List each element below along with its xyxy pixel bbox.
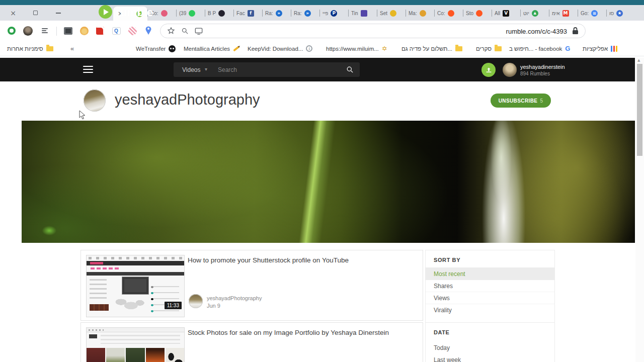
user-name[interactable]: yeshayadinerstein [520, 64, 565, 70]
browser-tab[interactable]: Ma: [406, 8, 434, 18]
bookmarks-overflow-button[interactable]: « [70, 41, 74, 56]
bookmark-label: תשלום על פדיה גם... [401, 46, 452, 52]
browser-tab[interactable]: B P [205, 8, 233, 18]
tab-favicon [476, 10, 482, 17]
window-minimize-button[interactable] [52, 5, 64, 21]
pencil-icon [233, 46, 239, 51]
unsubscribe-button[interactable]: UNSUBSCRIBE 5 [491, 94, 551, 108]
sort-option-views[interactable]: Views [426, 292, 554, 304]
bookmark-label: סימניות אחרות [7, 46, 43, 52]
bookmark-item[interactable]: WeTransfer [136, 41, 176, 56]
tab-label: Ra: [294, 11, 302, 16]
user-avatar[interactable] [503, 63, 517, 77]
video-thumbnail[interactable] [86, 327, 185, 362]
google-g-icon: G [565, 45, 570, 52]
other-bookmarks-folder[interactable]: סימניות אחרות [7, 41, 53, 56]
video-channel-avatar[interactable] [189, 294, 203, 308]
search-bar[interactable]: Videos ▾ [174, 62, 360, 77]
star-of-david-icon: ✡ [382, 45, 387, 52]
extension-icon-kq[interactable]: Q [111, 25, 122, 36]
profile-avatar-icon[interactable] [22, 25, 33, 36]
mouse-cursor [79, 110, 86, 120]
sort-option-virality[interactable]: Virality [426, 304, 554, 316]
browser-tab[interactable]: Set [377, 8, 406, 18]
video-title[interactable]: How to promote your Shutterstock profile… [188, 256, 409, 265]
browser-tab[interactable]: סו★ [606, 8, 644, 18]
bookmark-item[interactable]: Mentallica Articles [184, 41, 239, 56]
upload-button[interactable] [481, 63, 496, 77]
chevron-down-icon: ▾ [205, 66, 207, 72]
kq-icon: Q [112, 27, 121, 35]
save-card-icon[interactable] [195, 27, 203, 35]
extension-icon-red[interactable] [95, 25, 106, 36]
search-input[interactable] [218, 64, 324, 75]
extension-icon-pink[interactable] [127, 25, 138, 36]
sort-option-most-recent[interactable]: Most recent [426, 268, 554, 280]
bookmark-label: KeepVid: Download... [248, 46, 303, 52]
video-channel-name[interactable]: yeshayadPhotography [207, 295, 262, 301]
green-ring-icon [8, 27, 16, 35]
subscriber-count-badge: 5 [540, 98, 543, 104]
bookmark-item[interactable]: חיפוש ב... - facebookG [509, 41, 570, 56]
browser-tab[interactable]: פייP [319, 8, 348, 18]
sort-option-shares[interactable]: Shares [426, 280, 554, 292]
side-search-icon[interactable] [181, 27, 189, 35]
date-option-last-week[interactable]: Last week [426, 354, 554, 362]
browser-tab[interactable]: Ra:» [262, 8, 291, 18]
browser-tab[interactable]: יוט▲ [520, 8, 549, 18]
bookmark-item[interactable]: https://www.miluim...✡ [326, 41, 387, 56]
browser-extension-icon[interactable] [6, 25, 17, 36]
extension-icon-lion[interactable] [78, 25, 90, 36]
rumble-logo-text[interactable]: rumble [116, 6, 153, 19]
browser-tab[interactable]: AllV [492, 8, 520, 18]
browser-tab[interactable]: Facf [233, 8, 262, 18]
browser-tab[interactable]: Go:≡ [578, 8, 606, 18]
scrollbar-up-arrow[interactable]: ▲ [637, 58, 640, 62]
search-category-dropdown[interactable]: Videos [182, 66, 200, 73]
menu-button[interactable] [83, 66, 93, 73]
extension-icon-screenshot[interactable] [62, 25, 73, 36]
bookmark-star-icon[interactable] [167, 27, 175, 35]
bookmark-item[interactable]: סקרים [476, 41, 502, 56]
tab-label: Co: [437, 11, 445, 16]
thumbnail-art [101, 335, 180, 344]
video-title[interactable]: Stock Photos for sale on my Image Portfo… [188, 328, 409, 337]
tab-label: יוט [523, 11, 529, 16]
browser-tab[interactable]: אימM [549, 8, 578, 18]
folder-icon [46, 46, 53, 51]
toolbar-divider [56, 27, 57, 36]
rumble-logo-icon[interactable] [99, 5, 112, 19]
browser-tab[interactable]: Ra:» [291, 8, 319, 18]
red-badge-icon [96, 27, 104, 35]
url-text[interactable]: rumble.com/c/c-4393 [506, 28, 567, 35]
bookmark-item[interactable]: אפליקציות [583, 41, 617, 56]
tab-label: Tin [351, 11, 358, 16]
date-option-today[interactable]: Today [426, 342, 554, 354]
browser-tab[interactable]: Co: [434, 8, 463, 18]
bookmark-item[interactable]: תשלום על פדיה גם... [401, 41, 462, 56]
bookmarks-bar: סימניות אחרות « WeTransfer Mentallica Ar… [0, 41, 644, 56]
lock-icon[interactable] [572, 27, 579, 35]
window-close-button[interactable]: × [7, 5, 19, 21]
thumbnail-art [89, 329, 104, 331]
tab-label: Set [380, 11, 387, 16]
search-icon[interactable] [346, 66, 354, 73]
tab-label: (39 [179, 11, 186, 16]
tab-favicon [189, 10, 195, 17]
reading-list-icon[interactable] [39, 25, 50, 36]
extension-icon-person-pin[interactable] [143, 25, 154, 36]
folder-icon [495, 46, 502, 51]
close-icon: × [10, 9, 16, 17]
scrollbar-thumb[interactable] [637, 64, 642, 156]
lines-icon [42, 28, 48, 33]
bookmark-item[interactable]: KeepVid: Download...↓ [248, 41, 312, 56]
video-list-item[interactable]: Stock Photos for sale on my Image Portfo… [80, 322, 423, 362]
video-list-item[interactable]: 11:33 How to promote your Shutterstock p… [80, 250, 423, 321]
camera-icon [64, 27, 72, 35]
address-bar[interactable]: rumble.com/c/c-4393 [160, 24, 586, 38]
window-restore-button[interactable] [29, 5, 41, 21]
browser-tab[interactable]: Tin [348, 8, 377, 18]
striped-circle-icon [128, 27, 137, 35]
browser-tab[interactable]: (39 [176, 8, 205, 18]
browser-tab[interactable]: Sto [463, 8, 492, 18]
